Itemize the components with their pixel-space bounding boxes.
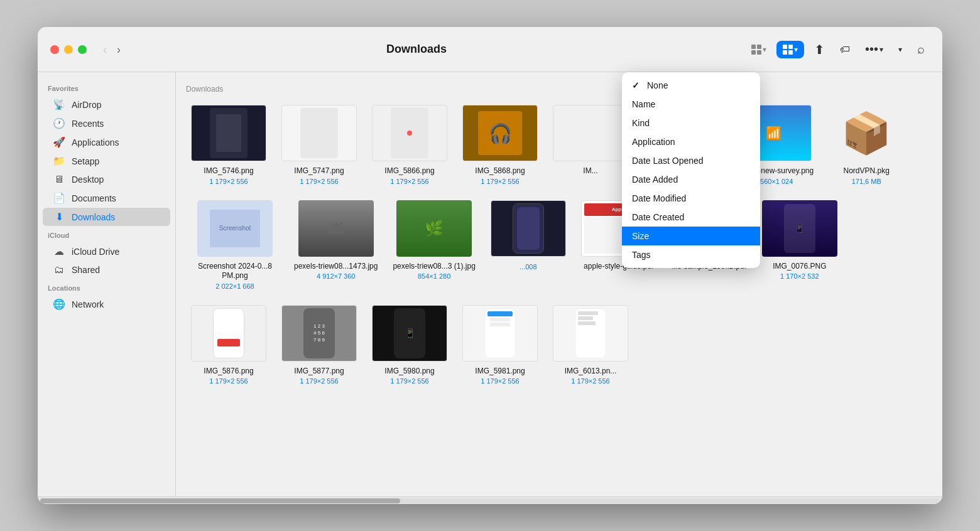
file-item-img5876[interactable]: IMG_5876.png 1 179×2 556 (186, 300, 271, 390)
sort-dropdown: None Name Kind Application Date Last Ope… (622, 72, 760, 268)
file-meta: 1 179×2 556 (390, 178, 428, 185)
sidebar-item-desktop[interactable]: 🖥 Desktop (43, 171, 170, 188)
traffic-lights (50, 45, 87, 54)
applications-icon: 🚀 (53, 136, 65, 148)
sidebar-item-network[interactable]: 🌐 Network (43, 295, 170, 313)
file-item-mobile-4b72[interactable]: ...008 (486, 195, 571, 276)
downloads-icon: ⬇ (53, 211, 65, 223)
file-item-img5980[interactable]: 📱 IMG_5980.png 1 179×2 556 (367, 300, 452, 390)
sidebar-item-label: iCloud Drive (72, 247, 119, 257)
file-name: IMG_5877.png (294, 367, 344, 377)
file-area[interactable]: Downloads IMG_5746.png 1 179×2 556 (176, 72, 942, 496)
file-meta: 1 179×2 556 (300, 178, 338, 185)
file-name: IMG_5980.png (384, 367, 434, 377)
dropdown-item-name[interactable]: Name (622, 95, 760, 114)
dropdown-item-date-modified[interactable]: Date Modified (622, 189, 760, 208)
content-area: Favorites 📡 AirDrop 🕐 Recents 🚀 Applicat… (38, 72, 942, 496)
file-item-img5981[interactable]: IMG_5981.png 1 179×2 556 (457, 300, 543, 390)
file-meta: 4 912×7 360 (317, 272, 355, 280)
sidebar-item-label: AirDrop (72, 100, 101, 110)
file-meta: 1 179×2 556 (209, 377, 248, 385)
file-meta: 1 179×2 556 (481, 377, 519, 385)
finder-window: ‹ › Downloads ▾ (38, 27, 942, 504)
file-meta: 1 179×2 556 (571, 377, 609, 385)
file-meta: 1 170×2 532 (780, 272, 819, 280)
sidebar-item-label: Documents (72, 193, 116, 203)
toolbar-actions: ▾ ▾ ⬆ 🏷 •••▾ ▾ ⌕ (746, 38, 930, 61)
file-item-img5866[interactable]: IMG_5866.png 1 179×2 556 (367, 100, 452, 190)
file-name: IMG_0076.PNG (773, 262, 826, 272)
file-item-img5868[interactable]: 🎧 IMG_5868.png 1 179×2 556 (457, 100, 543, 190)
file-name: pexels-triew08...1473.jpg (294, 262, 378, 272)
more-button[interactable]: •••▾ (860, 38, 888, 60)
airdrop-icon: 📡 (53, 99, 65, 110)
file-item-img5877[interactable]: 1 2 3 4 5 6 7 8 9 IMG_5877.png 1 179×2 5… (276, 300, 362, 390)
share-button[interactable]: ⬆ (809, 38, 830, 61)
sidebar-item-shared[interactable]: 🗂 Shared (43, 261, 170, 279)
sidebar-item-downloads[interactable]: ⬇ Downloads (43, 208, 170, 226)
icloud-header: iCloud (38, 227, 175, 242)
view-list-button[interactable]: ▾ (746, 41, 771, 58)
file-name: IMG_6013.pn... (565, 367, 617, 377)
setapp-icon: 📁 (53, 155, 65, 167)
dropdown-item-date-created[interactable]: Date Created (622, 208, 760, 227)
documents-icon: 📄 (53, 192, 65, 204)
sidebar-item-label: Applications (72, 137, 119, 148)
close-button[interactable] (50, 45, 59, 54)
group-by-button[interactable]: ▾ (776, 41, 804, 58)
file-meta: 1 179×2 556 (209, 178, 248, 185)
sidebar-item-applications[interactable]: 🚀 Applications (43, 133, 170, 151)
file-item-screenshot[interactable]: Screenshot Screenshot 2024-0...8 PM.png … (186, 195, 284, 295)
sidebar-item-recents[interactable]: 🕐 Recents (43, 114, 170, 132)
tag-button[interactable]: 🏷 (835, 40, 855, 59)
file-meta: 1 179×2 556 (390, 377, 428, 385)
dropdown-item-tags[interactable]: Tags (622, 245, 760, 264)
file-item-pexels1[interactable]: 🏙 pexels-triew08...1473.jpg 4 912×7 360 (289, 195, 383, 286)
dropdown-item-label: Date Last Opened (632, 156, 704, 166)
sidebar-item-setapp[interactable]: 📁 Setapp (43, 152, 170, 170)
sidebar-item-label: Setapp (72, 156, 99, 166)
sidebar-item-label: Recents (72, 119, 104, 129)
file-name: IMG_5876.png (204, 367, 253, 377)
dropdown-item-label: Application (632, 137, 675, 147)
file-name: NordVPN.pkg (844, 166, 890, 176)
file-meta: 1 179×2 556 (300, 377, 338, 385)
horizontal-scrollbar[interactable] (38, 496, 942, 504)
dropdown-item-date-last-opened[interactable]: Date Last Opened (622, 151, 760, 170)
scrollbar-thumb[interactable] (40, 498, 400, 503)
sidebar-item-label: Network (72, 299, 104, 309)
sidebar-item-label: Downloads (72, 212, 115, 222)
file-item-im[interactable]: IM... (548, 100, 633, 183)
dropdown-item-label: Date Added (632, 174, 678, 185)
icloud-drive-icon: ☁ (53, 245, 65, 257)
file-item-img6013[interactable]: IMG_6013.pn... 1 179×2 556 (548, 300, 633, 390)
network-icon: 🌐 (53, 298, 65, 310)
file-item-img0076[interactable]: 📱 IMG_0076.PNG 1 170×2 532 (757, 195, 842, 286)
file-name: Screenshot 2024-0...8 PM.png (191, 262, 279, 281)
recents-icon: 🕐 (53, 117, 65, 129)
file-meta: 2 022×1 668 (215, 282, 254, 290)
chevron-button[interactable]: ▾ (893, 41, 907, 58)
file-meta: ...008 (520, 263, 537, 271)
dropdown-item-application[interactable]: Application (622, 132, 760, 151)
sidebar-item-documents[interactable]: 📄 Documents (43, 189, 170, 207)
dropdown-item-none[interactable]: None (622, 76, 760, 95)
file-item-pexels2[interactable]: 🌿 pexels-triew08...3 (1).jpg 854×1 280 (388, 195, 480, 286)
maximize-button[interactable] (78, 45, 87, 54)
file-name: IMG_5746.png (204, 166, 253, 176)
file-item-img5746[interactable]: IMG_5746.png 1 179×2 556 (186, 100, 271, 190)
dropdown-item-label: None (647, 80, 668, 90)
sidebar-item-airdrop[interactable]: 📡 AirDrop (43, 95, 170, 114)
search-button[interactable]: ⌕ (912, 38, 930, 60)
minimize-button[interactable] (64, 45, 73, 54)
sidebar-item-icloud-drive[interactable]: ☁ iCloud Drive (43, 242, 170, 260)
file-item-img5747[interactable]: IMG_5747.png 1 179×2 556 (276, 100, 362, 190)
favorites-header: Favorites (38, 80, 175, 95)
dropdown-item-label: Kind (632, 118, 650, 128)
dropdown-item-kind[interactable]: Kind (622, 114, 760, 132)
file-name: IMG_5868.png (475, 166, 525, 176)
file-item-nordvpn[interactable]: 📦 NordVPN.pkg 171,6 MB (824, 100, 909, 190)
dropdown-item-size[interactable]: Size (622, 227, 760, 245)
file-name: IM... (583, 166, 597, 176)
dropdown-item-date-added[interactable]: Date Added (622, 170, 760, 189)
